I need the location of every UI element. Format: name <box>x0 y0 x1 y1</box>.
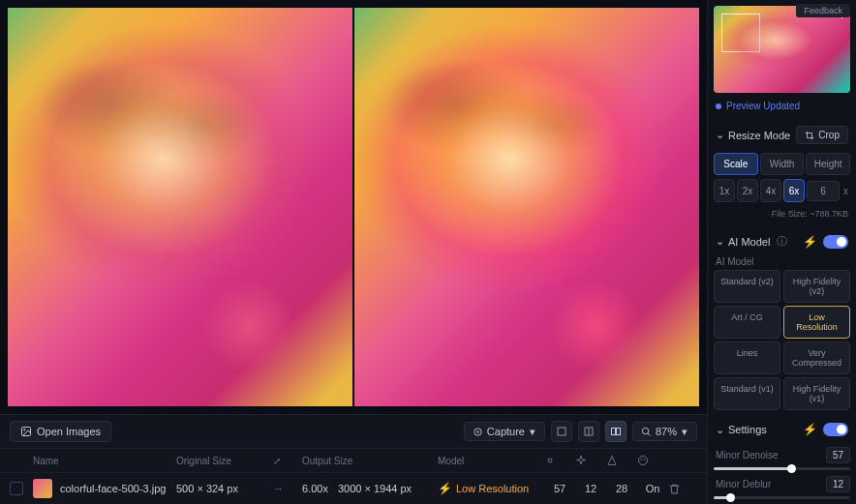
zoom-icon <box>641 427 652 437</box>
model-low-resolution[interactable]: Low Resolution <box>783 306 850 339</box>
chevron-down-icon: ⌄ <box>716 426 723 433</box>
feedback-button[interactable]: Feedback <box>796 4 850 17</box>
svg-point-12 <box>639 457 648 465</box>
deblur-slider[interactable] <box>714 496 850 499</box>
file-size-estimate: File Size: ~788.7KB <box>714 206 850 222</box>
denoise-label: Minor Denoise <box>714 447 780 463</box>
svg-rect-4 <box>558 428 566 435</box>
file-face: On <box>637 483 668 494</box>
bottom-panel: Open Images Capture ▾ 87% ▾ <box>0 414 707 504</box>
ai-model-section-header[interactable]: ⌄ AI Model ⓘ ⚡ <box>714 229 850 253</box>
file-thumbnail <box>33 479 52 498</box>
file-denoise: 57 <box>544 483 575 494</box>
model-standard-v2[interactable]: Standard (v2) <box>714 270 780 303</box>
resize-section-header[interactable]: ⌄ Resize Mode Crop <box>714 121 850 149</box>
svg-rect-8 <box>616 429 620 435</box>
deblur-icon <box>575 455 606 466</box>
tab-scale[interactable]: Scale <box>714 153 758 175</box>
file-sharpen: 28 <box>606 483 637 494</box>
view-split-button[interactable] <box>578 421 599 442</box>
open-images-button[interactable]: Open Images <box>10 421 111 442</box>
file-row[interactable]: colorful-face-500-3.jpg 500 × 324 px → 6… <box>0 472 707 504</box>
svg-point-2 <box>474 428 481 434</box>
chevron-down-icon: ⌄ <box>716 238 723 246</box>
file-scale: 6.00x <box>302 483 328 494</box>
svg-point-13 <box>641 460 642 460</box>
denoise-value[interactable]: 57 <box>826 447 850 463</box>
image-icon <box>20 426 32 437</box>
view-single-button[interactable] <box>551 421 572 442</box>
preview-after[interactable] <box>354 8 699 406</box>
model-art-cg[interactable]: Art / CG <box>714 306 780 339</box>
status-dot-icon <box>716 104 721 109</box>
model-high-fidelity-v1[interactable]: High Fidelity (v1) <box>783 377 850 410</box>
face-icon <box>637 455 668 466</box>
scale-1x[interactable]: 1x <box>714 179 735 202</box>
target-icon <box>473 427 483 437</box>
bolt-icon: ⚡ <box>803 235 817 249</box>
svg-point-1 <box>24 430 26 431</box>
preview-viewport-box[interactable] <box>721 14 760 52</box>
settings-auto-toggle[interactable] <box>823 423 848 436</box>
header-model: Model <box>438 456 544 466</box>
model-standard-v1[interactable]: Standard (v1) <box>714 377 780 410</box>
file-name: colorful-face-500-3.jpg <box>60 483 166 494</box>
svg-rect-7 <box>611 429 615 435</box>
model-high-fidelity-v2[interactable]: High Fidelity (v2) <box>783 270 850 303</box>
header-output: Output Size <box>302 456 438 466</box>
ai-auto-toggle[interactable] <box>823 235 848 249</box>
scale-4x[interactable]: 4x <box>760 179 781 202</box>
denoise-icon <box>544 455 575 466</box>
sidebar: ⋮ Preview Updated ⌄ Resize Mode Crop Sca… <box>707 0 856 504</box>
scale-custom-input[interactable] <box>807 181 840 201</box>
deblur-value[interactable]: 12 <box>826 476 850 492</box>
chevron-down-icon: ▾ <box>529 428 536 435</box>
bolt-icon: ⚡ <box>803 423 817 436</box>
sharpen-icon <box>606 455 637 466</box>
expand-icon: ⤢ <box>273 456 302 466</box>
crop-button[interactable]: Crop <box>796 126 848 144</box>
denoise-slider[interactable] <box>714 467 850 470</box>
file-output-size: 3000 × 1944 px <box>338 483 412 494</box>
preview-comparison <box>0 0 707 414</box>
view-side-button[interactable] <box>605 421 627 442</box>
svg-point-11 <box>548 459 552 462</box>
svg-point-9 <box>642 428 648 433</box>
svg-point-14 <box>644 460 645 460</box>
tab-height[interactable]: Height <box>806 153 850 175</box>
bolt-icon: ⚡ <box>438 482 452 495</box>
file-original-size: 500 × 324 px <box>176 483 273 494</box>
deblur-label: Minor Deblur <box>714 476 773 492</box>
info-icon[interactable]: ⓘ <box>777 234 787 249</box>
model-lines[interactable]: Lines <box>714 341 780 374</box>
preview-before[interactable] <box>8 8 352 406</box>
row-checkbox[interactable] <box>10 482 23 495</box>
file-model: Low Resolution <box>456 483 529 494</box>
zoom-display[interactable]: 87% ▾ <box>632 422 697 441</box>
header-name: Name <box>33 456 176 466</box>
chevron-down-icon: ⌄ <box>716 132 723 139</box>
preview-status: Preview Updated <box>714 97 850 115</box>
chevron-down-icon: ▾ <box>681 428 688 435</box>
capture-button[interactable]: Capture ▾ <box>464 422 545 441</box>
crop-icon <box>805 131 814 140</box>
svg-point-3 <box>476 430 478 432</box>
header-original: Original Size <box>176 456 273 466</box>
mini-preview[interactable] <box>714 6 850 93</box>
ai-model-label: AI Model <box>714 253 850 270</box>
tab-width[interactable]: Width <box>760 153 805 175</box>
scale-6x[interactable]: 6x <box>783 179 805 202</box>
delete-button[interactable] <box>668 483 697 495</box>
settings-section-header[interactable]: ⌄ Settings ⚡ <box>714 418 850 441</box>
x-label: x <box>841 186 850 196</box>
scale-2x[interactable]: 2x <box>737 179 758 202</box>
model-very-compressed[interactable]: Very Compressed <box>783 341 850 374</box>
svg-line-10 <box>648 432 651 435</box>
file-deblur: 12 <box>575 483 606 494</box>
